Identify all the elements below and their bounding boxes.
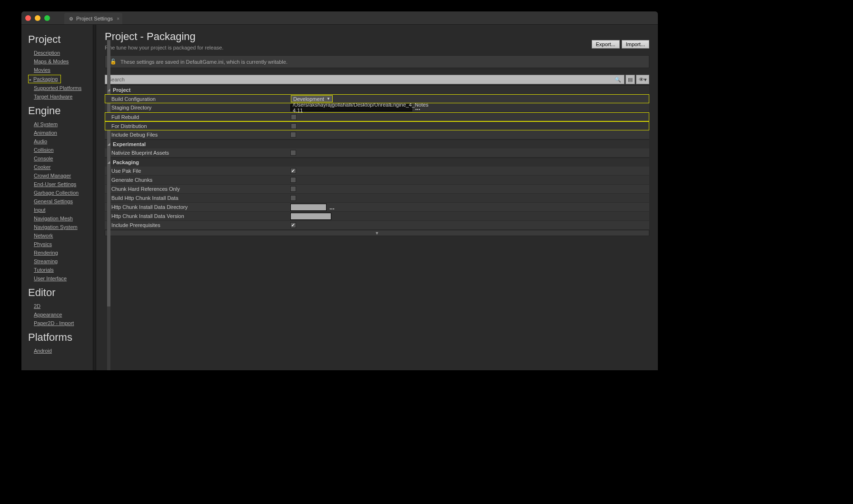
generate-chunks-checkbox[interactable] <box>290 177 296 183</box>
window: ⚙ Project Settings × Project Description… <box>21 11 658 370</box>
sidebar-item-tutorials[interactable]: Tutorials <box>28 266 93 274</box>
sidebar-item-navigation-system[interactable]: Navigation System <box>28 223 93 231</box>
search-placeholder: Search <box>108 77 125 82</box>
category-platforms: Platforms <box>28 331 93 344</box>
sidebar-item-appearance[interactable]: Appearance <box>28 310 93 319</box>
sidebar-item-input[interactable]: Input <box>28 206 93 214</box>
row-include-debug: Include Debug Files <box>105 130 649 139</box>
row-http-chunk-version: Http Chunk Install Data Version <box>105 212 649 221</box>
sidebar-item-streaming[interactable]: Streaming <box>28 257 93 266</box>
sidebar-item-garbage-collection[interactable]: Garbage Collection <box>28 188 93 197</box>
sidebar-item-animation[interactable]: Animation <box>28 128 93 137</box>
traffic-lights <box>25 15 50 21</box>
tab-project-settings[interactable]: ⚙ Project Settings × <box>64 13 122 24</box>
sidebar-item-network[interactable]: Network <box>28 231 93 240</box>
for-distribution-checkbox[interactable] <box>291 123 297 129</box>
sidebar-item-rendering[interactable]: Rendering <box>28 248 93 257</box>
http-chunk-dir-browse-button[interactable]: ... <box>329 204 335 211</box>
sidebar-item-ai-system[interactable]: AI System <box>28 120 93 128</box>
use-pak-checkbox[interactable] <box>290 168 296 174</box>
import-button[interactable]: Import... <box>622 40 649 49</box>
info-bar: 🔓 These settings are saved in DefaultGam… <box>105 55 649 68</box>
row-staging-directory: Staging Directory /Users/akshayrajgollah… <box>105 103 649 112</box>
section-header-experimental[interactable]: Experimental <box>105 139 649 148</box>
chevron-down-icon: ▼ <box>327 97 330 101</box>
sidebar-scroll-thumb[interactable] <box>107 40 110 306</box>
grid-view-button[interactable]: ▤ <box>625 75 635 84</box>
page-subtitle: Fine tune how your project is packaged f… <box>105 45 223 50</box>
sidebar-item-physics[interactable]: Physics <box>28 240 93 248</box>
tab-label: Project Settings <box>76 16 113 21</box>
row-for-distribution: For Distribution <box>105 121 649 130</box>
sidebar-item-console[interactable]: Console <box>28 154 93 163</box>
row-full-rebuild: Full Rebuild <box>105 112 649 121</box>
row-build-configuration: Build Configuration Development ▼ <box>105 94 649 103</box>
page-title: Project - Packaging <box>105 30 223 43</box>
sidebar-item-packaging[interactable]: Packaging <box>28 75 61 83</box>
build-configuration-dropdown[interactable]: Development ▼ <box>291 95 333 102</box>
unlock-icon: 🔓 <box>110 59 117 65</box>
build-http-chunk-checkbox[interactable] <box>290 195 296 201</box>
sidebar-item-navigation-mesh[interactable]: Navigation Mesh <box>28 214 93 223</box>
include-prerequisites-checkbox[interactable] <box>290 222 296 228</box>
row-include-prerequisites: Include Prerequisites <box>105 221 649 230</box>
staging-directory-browse-button[interactable]: ... <box>415 104 420 111</box>
row-http-chunk-dir: Http Chunk Install Data Directory ... <box>105 203 649 212</box>
sidebar-item-collision[interactable]: Collision <box>28 146 93 154</box>
section-header-packaging[interactable]: Packaging <box>105 158 649 167</box>
app-body: Project Description Maps & Modes Movies … <box>21 25 658 370</box>
category-project: Project <box>28 33 93 46</box>
sidebar-item-supported-platforms[interactable]: Supported Platforms <box>28 84 93 92</box>
maximize-button[interactable] <box>44 15 50 21</box>
info-text: These settings are saved in DefaultGame.… <box>120 59 288 65</box>
sidebar-item-general-settings[interactable]: General Settings <box>28 197 93 206</box>
sidebar-item-maps-modes[interactable]: Maps & Modes <box>28 57 93 66</box>
row-generate-chunks: Generate Chunks <box>105 176 649 185</box>
sidebar-item-paper2d-import[interactable]: Paper2D - Import <box>28 319 93 327</box>
sidebar-item-movies[interactable]: Movies <box>28 66 93 74</box>
sidebar-item-2d[interactable]: 2D <box>28 302 93 310</box>
http-chunk-dir-field[interactable] <box>290 204 327 211</box>
sidebar: Project Description Maps & Modes Movies … <box>21 25 93 370</box>
expand-advanced-button[interactable]: ▼ <box>105 230 649 236</box>
staging-directory-field[interactable]: /Users/akshayrajgollahalli/Desktop/Unrea… <box>290 104 412 111</box>
row-nativize-blueprint: Nativize Blueprint Assets <box>105 148 649 158</box>
chunk-hard-refs-checkbox[interactable] <box>290 186 296 192</box>
gear-icon: ⚙ <box>69 16 73 21</box>
row-use-pak: Use Pak File <box>105 167 649 176</box>
category-engine: Engine <box>28 105 93 117</box>
search-input[interactable]: Search 🔍 <box>105 75 625 84</box>
nativize-blueprint-checkbox[interactable] <box>290 150 296 156</box>
close-button[interactable] <box>25 15 31 21</box>
export-button[interactable]: Export... <box>592 40 620 49</box>
sidebar-item-cooker[interactable]: Cooker <box>28 163 93 171</box>
section-header-project[interactable]: Project <box>105 85 649 94</box>
row-build-http-chunk: Build Http Chunk Install Data <box>105 194 649 203</box>
sidebar-item-audio[interactable]: Audio <box>28 137 93 146</box>
full-rebuild-checkbox[interactable] <box>291 114 297 120</box>
include-debug-checkbox[interactable] <box>290 132 296 138</box>
close-tab-icon[interactable]: × <box>117 16 119 21</box>
main-panel: Project - Packaging Fine tune how your p… <box>96 25 658 370</box>
window-chrome: ⚙ Project Settings × <box>21 11 658 25</box>
visibility-button[interactable]: 👁▾ <box>636 75 649 84</box>
panel-resizer[interactable] <box>93 25 96 370</box>
sidebar-item-android[interactable]: Android <box>28 346 93 355</box>
category-editor: Editor <box>28 287 93 299</box>
search-icon: 🔍 <box>615 77 621 83</box>
row-chunk-hard-refs: Chunk Hard References Only <box>105 185 649 194</box>
page-header: Project - Packaging Fine tune how your p… <box>105 30 649 55</box>
sidebar-item-description[interactable]: Description <box>28 49 93 57</box>
sidebar-item-user-interface[interactable]: User Interface <box>28 274 93 283</box>
sidebar-item-target-hardware[interactable]: Target Hardware <box>28 92 93 101</box>
http-chunk-version-field[interactable] <box>290 213 331 220</box>
minimize-button[interactable] <box>35 15 40 21</box>
sidebar-item-end-user-settings[interactable]: End-User Settings <box>28 180 93 188</box>
sidebar-item-crowd-manager[interactable]: Crowd Manager <box>28 171 93 180</box>
